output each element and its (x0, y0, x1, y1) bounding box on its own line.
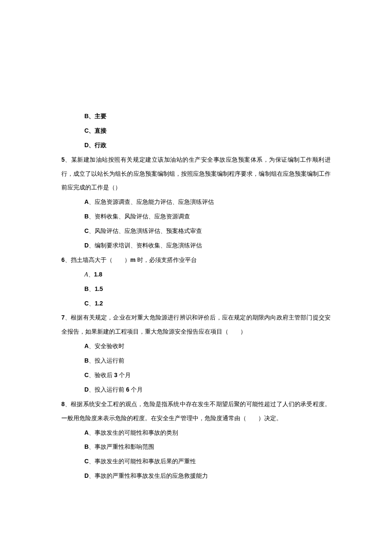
option-sep: 、 (88, 271, 94, 278)
question-text: 、某新建加油站按照有关规定建立该加油站的生产安全事故应急预案体系，为保证编制工作… (61, 157, 331, 191)
q5-option-d: D、编制要求培训、资料收集、应急演练评估 (61, 238, 331, 253)
option-label: D (84, 472, 89, 479)
q4-option-c: C、直接 (61, 124, 331, 138)
option-label: A (84, 343, 89, 349)
option-text: 、风险评估、应急演练评估、预案格式审查 (89, 228, 202, 234)
question-number: 8 (61, 401, 65, 407)
option-text: 、事故严重性和影响范围 (89, 444, 154, 450)
option-label: A (84, 198, 89, 205)
q7-option-a: A、安全验收时 (61, 339, 331, 354)
question-text-part1: 、挡土墙高大于（ ） (65, 257, 130, 263)
option-sep: 、 (89, 286, 95, 292)
question-number: 6 (61, 256, 65, 263)
option-text: 、安全验收时 (89, 343, 124, 349)
option-text: 、应急资源调查、应急能力评估、应急演练评估 (89, 199, 214, 205)
question-number: 7 (61, 314, 65, 321)
option-value: 1.8 (94, 271, 102, 278)
q8-option-c: C、事故发生的可能性和事故后果的严重性 (61, 454, 331, 469)
q7-option-b: B、投入运行前 (61, 354, 331, 368)
option-label: D (84, 242, 89, 249)
option-label: A (84, 271, 88, 278)
option-text-1: 、投入运行前 (89, 386, 126, 393)
q8-option-d: D、事故的严重性和事故发生后的应急救援能力 (61, 469, 331, 483)
q8-option-a: A、事故发生的可能性和事故的类别 (61, 426, 331, 440)
question-5: 5、某新建加油站按照有关规定建立该加油站的生产安全事故应急预案体系，为保证编制工… (61, 153, 331, 195)
option-text-2: 个月 (117, 372, 131, 378)
option-text: 、事故发生的可能性和事故的类别 (89, 430, 178, 436)
q6-option-c: C、1.2 (61, 296, 331, 311)
option-value: 1.2 (95, 300, 103, 307)
q5-option-a: A、应急资源调查、应急能力评估、应急演练评估 (61, 195, 331, 209)
q7-option-c: C、验收后 3 个月 (61, 368, 331, 383)
option-label: A (84, 429, 89, 436)
option-text-2: 个月 (129, 386, 143, 393)
option-sep: 、 (89, 300, 95, 307)
option-text: C、直接 (84, 127, 107, 134)
option-label: B (84, 357, 89, 364)
option-label: B (84, 213, 89, 220)
option-text: 、事故发生的可能性和事故后果的严重性 (89, 458, 196, 465)
q5-option-b: B、资料收集、风险评估、应急资源调查 (61, 209, 331, 224)
option-text: 、事故的严重性和事故发生后的应急救援能力 (89, 473, 208, 479)
option-value: 1.5 (95, 285, 103, 292)
q8-option-b: B、事故严重性和影响范围 (61, 440, 331, 454)
document-page: B、主要 C、直接 D、行政 5、某新建加油站按照有关规定建立该加油站的生产安全… (0, 0, 392, 555)
q4-option-d: D、行政 (61, 138, 331, 153)
q7-option-d: D、投入运行前 6 个月 (61, 383, 331, 397)
option-text: 、投入运行前 (89, 357, 124, 364)
q6-option-b: B、1.5 (61, 282, 331, 296)
question-unit: m (130, 256, 135, 263)
option-text: 、资料收集、风险评估、应急资源调查 (89, 213, 190, 220)
option-label: C (84, 458, 89, 465)
q6-option-a: A、1.8 (61, 267, 331, 282)
option-label: C (84, 372, 89, 378)
option-text: D、行政 (84, 142, 107, 148)
q5-option-c: C、风险评估、应急演练评估、预案格式审查 (61, 224, 331, 238)
option-text: B、主要 (84, 113, 107, 119)
option-label: B (84, 285, 89, 292)
q4-option-b: B、主要 (61, 109, 331, 124)
option-label: D (84, 386, 89, 393)
option-text-1: 、验收后 (89, 372, 114, 378)
question-number: 5 (61, 156, 65, 163)
option-label: C (84, 227, 89, 234)
question-text: 、根据系统安全工程的观点，危险是指系统中存在发生不期望后聚的可能性超过了人们的承… (61, 401, 331, 421)
option-label: C (84, 300, 89, 307)
option-label: B (84, 443, 89, 450)
question-8: 8、根据系统安全工程的观点，危险是指系统中存在发生不期望后聚的可能性超过了人们的… (61, 397, 331, 426)
question-7: 7、根据有关规定，企业在对重大危险源进行辨识和评价后，应在规定的期限内向政府主管… (61, 311, 331, 339)
question-text: 、根据有关规定，企业在对重大危险源进行辨识和评价后，应在规定的期限内向政府主管部… (61, 314, 331, 335)
question-6: 6、挡土墙高大于（ ）m 时，必须支搭作业平台 (61, 253, 331, 267)
question-text-part2: 时，必须支搭作业平台 (135, 257, 197, 263)
option-text: 、编制要求培训、资料收集、应急演练评估 (89, 242, 202, 249)
